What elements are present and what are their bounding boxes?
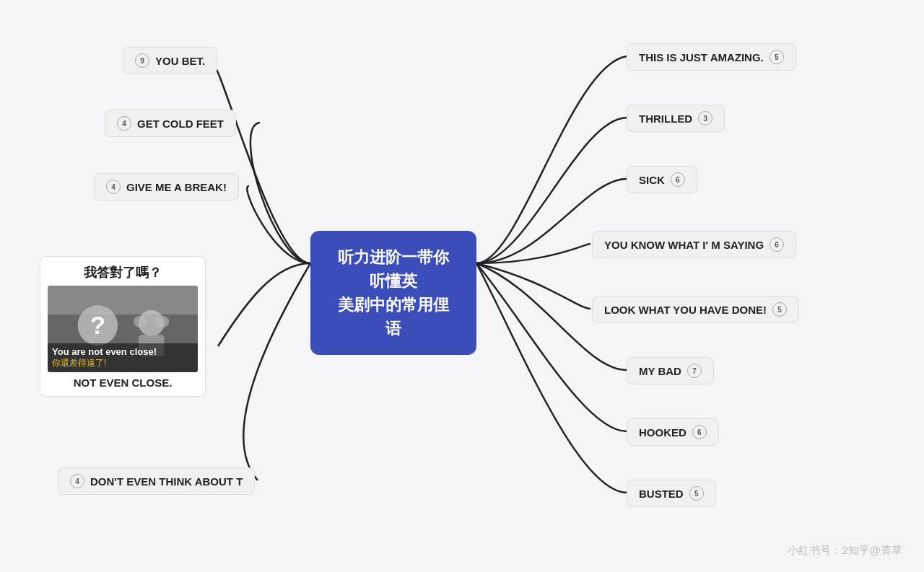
node-get-cold-feet: 4 GET COLD FEET — [105, 110, 236, 137]
label-sick: SICK — [639, 174, 665, 186]
badge-look-what: 5 — [772, 302, 787, 317]
image-overlay: You are not even close! 你還差得遠了! — [48, 343, 198, 372]
watermark-text: 小红书号：2知乎@菁草 — [788, 544, 902, 556]
node-you-know: YOU KNOW WHAT I' M SAYING 6 — [592, 231, 796, 258]
label-thrilled: THRILLED — [639, 113, 692, 125]
badge-hooked: 6 — [692, 425, 707, 439]
watermark: 小红书号：2知乎@菁草 — [788, 544, 902, 558]
label-this-is-just-amazing: THIS IS JUST AMAZING. — [639, 51, 764, 63]
image-title: 我答對了嗎？ — [48, 264, 198, 281]
node-thrilled: THRILLED 3 — [627, 105, 725, 132]
node-my-bad: MY BAD 7 — [627, 357, 714, 384]
badge-my-bad: 7 — [687, 364, 702, 378]
image-node-label: NOT EVEN CLOSE. — [48, 377, 198, 389]
label-get-cold-feet: GET COLD FEET — [137, 118, 224, 130]
svg-point-7 — [155, 316, 170, 327]
svg-point-6 — [134, 316, 148, 327]
badge-busted: 5 — [689, 486, 704, 501]
node-busted: BUSTED 5 — [627, 480, 716, 507]
badge-dont-even-think: 4 — [70, 474, 84, 488]
node-this-is-just-amazing: THIS IS JUST AMAZING. 5 — [627, 43, 796, 71]
svg-text:?: ? — [90, 311, 105, 340]
image-en-text: You are not even close! — [52, 346, 193, 357]
label-my-bad: MY BAD — [639, 365, 681, 377]
node-dont-even-think: 4 DON'T EVEN THINK ABOUT T — [58, 467, 255, 495]
image-placeholder: ? You are not even close! 你還差得遠了! — [48, 286, 198, 372]
label-dont-even-think: DON'T EVEN THINK ABOUT T — [90, 475, 243, 488]
badge-you-know: 6 — [770, 237, 784, 252]
node-give-me-a-break: 4 GIVE ME A BREAK! — [94, 173, 239, 201]
center-node: 听力进阶一带你听懂英美剧中的常用俚语 — [310, 231, 476, 355]
badge-you-bet: 9 — [135, 53, 149, 68]
label-you-bet: YOU BET. — [155, 55, 205, 67]
badge-get-cold-feet: 4 — [117, 116, 131, 131]
label-busted: BUSTED — [639, 488, 684, 500]
label-you-know: YOU KNOW WHAT I' M SAYING — [604, 239, 764, 251]
badge-this-is-just-amazing: 5 — [770, 50, 784, 64]
mind-map: 听力进阶一带你听懂英美剧中的常用俚语 9 YOU BET. 4 GET COLD… — [0, 0, 924, 572]
image-node: 我答對了嗎？ ? You are not even c — [40, 256, 206, 397]
label-give-me-a-break: GIVE ME A BREAK! — [126, 181, 227, 193]
node-look-what: LOOK WHAT YOU HAVE DONE! 5 — [592, 296, 799, 323]
badge-thrilled: 3 — [698, 111, 712, 126]
node-you-bet: 9 YOU BET. — [123, 47, 217, 74]
label-look-what: LOOK WHAT YOU HAVE DONE! — [604, 304, 767, 316]
center-text: 听力进阶一带你听懂英美剧中的常用俚语 — [338, 248, 449, 338]
label-hooked: HOOKED — [639, 426, 687, 439]
badge-give-me-a-break: 4 — [106, 180, 121, 194]
image-cn-text: 你還差得遠了! — [52, 357, 193, 369]
node-sick: SICK 6 — [627, 166, 697, 193]
badge-sick: 6 — [671, 172, 685, 187]
node-hooked: HOOKED 6 — [627, 418, 719, 446]
